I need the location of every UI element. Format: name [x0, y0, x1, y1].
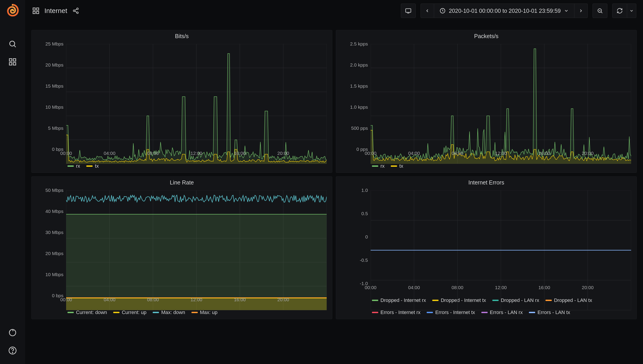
refresh-group	[612, 4, 636, 18]
help-icon[interactable]	[8, 346, 17, 355]
y-tick-label: 2.0 kpps	[350, 62, 368, 68]
share-icon[interactable]	[72, 7, 80, 15]
y-tick-label: 1.5 kpps	[350, 84, 368, 89]
y-tick-label: 15 Mbps	[45, 84, 64, 89]
legend-item[interactable]: tx	[391, 163, 403, 169]
sidebar	[0, 0, 25, 364]
legend-label: Max: down	[161, 310, 185, 315]
dashboard-icon[interactable]	[32, 7, 40, 15]
x-tick-label: 04:00	[408, 150, 420, 156]
search-icon[interactable]	[8, 40, 17, 48]
y-tick-label: 50 Mbps	[45, 188, 64, 193]
legend-item[interactable]: Errors - Internet rx	[372, 310, 420, 315]
legend-item[interactable]: Errors - LAN rx	[481, 310, 523, 315]
dashboard-title[interactable]: Internet	[44, 7, 67, 14]
dashboards-icon[interactable]	[8, 58, 17, 66]
x-tick-label: 12:00	[495, 285, 507, 290]
svg-rect-5	[13, 62, 16, 65]
y-tick-label: 1.0	[362, 188, 368, 193]
svg-rect-4	[10, 62, 12, 65]
legend-item[interactable]: tx	[86, 163, 99, 169]
legend-item[interactable]: rx	[372, 163, 384, 169]
y-axis: -1.0-0.500.51.0	[342, 190, 370, 284]
tv-mode-button[interactable]	[401, 4, 416, 18]
x-tick-label: 16:00	[538, 285, 550, 290]
x-tick-label: 00:00	[60, 297, 72, 302]
main-content: Bits/s 0 bps5 Mbps10 Mbps15 Mbps20 Mbps2…	[25, 22, 643, 364]
chart-area[interactable]: -1.0-0.500.51.0 00:0004:0008:0012:0016:0…	[342, 190, 631, 292]
refresh-interval-button[interactable]	[627, 4, 636, 18]
svg-line-1	[14, 46, 16, 47]
grafana-logo[interactable]	[6, 4, 19, 17]
legend-swatch	[372, 312, 378, 313]
legend-swatch	[68, 312, 74, 313]
y-tick-label: 5 Mbps	[48, 126, 64, 131]
cycle-icon[interactable]	[8, 328, 17, 337]
panel-title: Packets/s	[336, 33, 636, 40]
panel-linerate[interactable]: Line Rate 0 bps10 Mbps20 Mbps30 Mbps40 M…	[32, 176, 332, 319]
svg-rect-10	[36, 8, 39, 10]
x-tick-label: 04:00	[104, 297, 116, 302]
x-tick-label: 12:00	[190, 297, 202, 302]
svg-rect-11	[33, 12, 35, 14]
legend-label: Errors - Internet tx	[435, 310, 475, 315]
x-axis: 00:0004:0008:0012:0016:0020:00	[66, 296, 327, 304]
chart-area[interactable]: 0 bps5 Mbps10 Mbps15 Mbps20 Mbps25 Mbps …	[37, 44, 327, 158]
x-tick-label: 16:00	[234, 297, 246, 302]
chart-area[interactable]: 0 pps500 pps1.0 kpps1.5 kpps2.0 kpps2.5 …	[342, 44, 631, 158]
legend-item[interactable]: Max: up	[192, 310, 218, 315]
y-tick-label: 1.0 kpps	[350, 104, 368, 110]
legend-label: rx	[380, 163, 384, 169]
plot-svg	[66, 44, 327, 164]
svg-point-13	[76, 8, 78, 10]
x-tick-label: 08:00	[147, 150, 159, 156]
y-tick-label: 500 pps	[351, 126, 368, 131]
time-nav-group: 2020-10-01 00:00:00 to 2020-10-01 23:59:…	[420, 4, 588, 18]
legend-swatch	[481, 312, 488, 313]
x-tick-label: 00:00	[365, 150, 377, 156]
svg-line-22	[601, 12, 602, 13]
x-tick-label: 20:00	[582, 285, 594, 290]
time-picker-button[interactable]: 2020-10-01 00:00:00 to 2020-10-01 23:59:…	[434, 4, 574, 18]
legend-item[interactable]: Current: down	[68, 310, 107, 315]
x-tick-label: 20:00	[582, 150, 594, 156]
svg-rect-2	[10, 59, 12, 61]
y-tick-label: 20 Mbps	[45, 251, 64, 256]
legend-swatch	[391, 166, 397, 167]
panel-packets[interactable]: Packets/s 0 pps500 pps1.0 kpps1.5 kpps2.…	[336, 30, 637, 173]
zoom-out-button[interactable]	[592, 4, 607, 18]
svg-rect-3	[13, 59, 16, 61]
svg-line-17	[75, 11, 77, 12]
legend-swatch	[113, 312, 120, 313]
legend-item[interactable]: Current: up	[113, 310, 146, 315]
panel-errors[interactable]: Internet Errors -1.0-0.500.51.0 00:0004:…	[336, 176, 637, 319]
legend-item[interactable]: Errors - LAN tx	[529, 310, 570, 315]
panel-title: Internet Errors	[336, 179, 636, 186]
plot-svg	[66, 190, 327, 310]
legend-label: Current: up	[122, 310, 146, 315]
legend-swatch	[86, 166, 92, 167]
panel-grid: Bits/s 0 bps5 Mbps10 Mbps15 Mbps20 Mbps2…	[32, 30, 637, 319]
x-tick-label: 08:00	[452, 285, 464, 290]
y-tick-label: 25 Mbps	[45, 41, 64, 46]
legend-item[interactable]: Max: down	[153, 310, 185, 315]
legend-item[interactable]: rx	[68, 163, 80, 169]
legend-swatch	[68, 166, 74, 167]
y-axis: 0 bps10 Mbps20 Mbps30 Mbps40 Mbps50 Mbps	[37, 190, 66, 296]
y-tick-label: 10 Mbps	[45, 104, 64, 110]
x-tick-label: 00:00	[365, 285, 377, 290]
refresh-button[interactable]	[612, 4, 627, 18]
legend-label: rx	[76, 163, 80, 169]
svg-rect-18	[406, 9, 411, 12]
time-next-button[interactable]	[574, 4, 588, 18]
y-axis: 0 pps500 pps1.0 kpps1.5 kpps2.0 kpps2.5 …	[342, 44, 370, 149]
panel-bits[interactable]: Bits/s 0 bps5 Mbps10 Mbps15 Mbps20 Mbps2…	[32, 30, 332, 173]
y-tick-label: 0	[365, 234, 368, 240]
x-tick-label: 12:00	[495, 150, 507, 156]
time-prev-button[interactable]	[420, 4, 434, 18]
x-tick-label: 00:00	[60, 150, 72, 156]
x-axis: 00:0004:0008:0012:0016:0020:00	[370, 149, 631, 158]
x-tick-label: 16:00	[234, 150, 246, 156]
chart-area[interactable]: 0 bps10 Mbps20 Mbps30 Mbps40 Mbps50 Mbps…	[37, 190, 327, 304]
legend-item[interactable]: Errors - Internet tx	[427, 310, 475, 315]
